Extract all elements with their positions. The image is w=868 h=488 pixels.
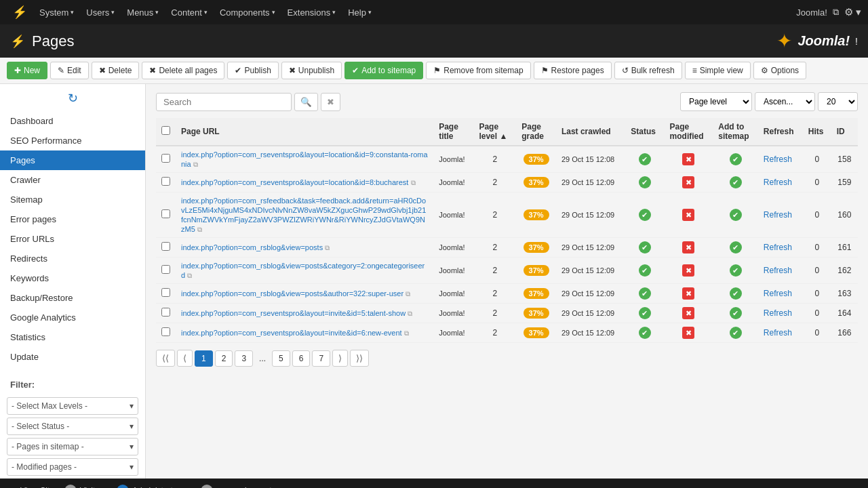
sidebar-item-crawler[interactable]: Crawler	[0, 170, 145, 190]
page-url-link-5[interactable]: index.php?option=com_rsblog&view=posts&a…	[181, 289, 403, 298]
row-checkbox-7[interactable]	[161, 327, 170, 336]
sidebar-item-seo-performance[interactable]: SEO Performance	[0, 131, 145, 150]
refresh-link-5[interactable]: Refresh	[764, 289, 792, 298]
first-page-button[interactable]: ⟨⟨	[156, 350, 175, 367]
sidebar-item-sitemap[interactable]: Sitemap	[0, 190, 145, 209]
joomla-icon[interactable]: ⚡	[7, 0, 33, 24]
publish-button[interactable]: ✔ Publish	[227, 62, 278, 79]
row-checkbox-4[interactable]	[161, 265, 170, 274]
sidebar-item-update[interactable]: Update	[0, 347, 145, 367]
add-to-sitemap-button[interactable]: ✔ Add to sitemap	[344, 62, 423, 79]
new-button[interactable]: ✚ New	[7, 62, 47, 79]
refresh-link-2[interactable]: Refresh	[764, 210, 792, 220]
nav-item-system[interactable]: System ▾	[34, 0, 79, 24]
delete-all-button[interactable]: ✖ Delete all pages	[142, 62, 224, 79]
external-link-icon-6: ⧉	[408, 310, 412, 317]
edit-button[interactable]: ✎ Edit	[50, 62, 89, 79]
row-checkbox-3[interactable]	[161, 242, 170, 251]
page-url-header[interactable]: Page URL	[176, 118, 433, 146]
search-input[interactable]	[156, 93, 292, 111]
prev-page-button[interactable]: ⟨	[177, 350, 193, 367]
grade-badge-0: 37%	[524, 154, 549, 165]
nav-item-extensions[interactable]: Extensions ▾	[282, 0, 342, 24]
sidebar-item-statistics[interactable]: Statistics	[0, 327, 145, 347]
page-modified-header[interactable]: Pagemodified	[665, 118, 713, 146]
nav-item-help[interactable]: Help ▾	[342, 0, 377, 24]
row-checkbox-2[interactable]	[161, 209, 170, 218]
page-url-link-2[interactable]: index.php?option=com_rsfeedback&task=fee…	[181, 197, 426, 233]
page-url-link-4[interactable]: index.php?option=com_rsblog&view=posts&c…	[181, 262, 425, 279]
page-level-header[interactable]: Pagelevel ▲	[473, 118, 516, 146]
nav-item-content[interactable]: Content ▾	[165, 0, 213, 24]
joomla-site-label[interactable]: Joomla!	[796, 7, 827, 18]
page-7-button[interactable]: 7	[312, 350, 330, 367]
last-crawled-header[interactable]: Last crawled	[556, 118, 625, 146]
status-select[interactable]: - Select Status - ▾	[7, 418, 138, 435]
sidebar-item-google-analytics[interactable]: Google Analytics	[0, 308, 145, 327]
row-checkbox-6[interactable]	[161, 308, 170, 317]
nav-item-components[interactable]: Components ▾	[214, 0, 281, 24]
nav-item-users[interactable]: Users ▾	[81, 0, 120, 24]
restore-pages-button[interactable]: ⚑ Restore pages	[534, 62, 612, 79]
page-title-header[interactable]: Pagetitle	[433, 118, 473, 146]
row-grade-cell-1: 37%	[516, 173, 556, 192]
options-button[interactable]: ⚙ Options	[753, 62, 806, 79]
administrators-item[interactable]: 2 Administrators ✉ 0 —	[117, 485, 224, 488]
page-2-button[interactable]: 2	[215, 350, 233, 367]
per-page-select[interactable]: 20 50 100	[818, 92, 858, 111]
sidebar-item-pages[interactable]: Pages	[0, 150, 145, 170]
visitors-item[interactable]: 0 Visitors	[64, 485, 106, 488]
next-page-button[interactable]: ⟩	[332, 350, 348, 367]
refresh-link-0[interactable]: Refresh	[764, 155, 792, 164]
pages-in-sitemap-select[interactable]: - Pages in sitemap - ▾	[7, 438, 138, 455]
bulk-refresh-button[interactable]: ↺ Bulk refresh	[614, 62, 682, 79]
simple-view-button[interactable]: ≡ Simple view	[685, 62, 751, 79]
sidebar-item-keywords[interactable]: Keywords	[0, 268, 145, 288]
row-checkbox-5[interactable]	[161, 288, 170, 297]
page-url-link-7[interactable]: index.php?option=com_rseventspro&layout=…	[181, 329, 402, 337]
sort-select[interactable]: Page level Page title Page URL Status La…	[680, 92, 752, 111]
modified-pages-select[interactable]: - Modified pages - ▾	[7, 458, 138, 476]
delete-button[interactable]: ✖ Delete	[92, 62, 140, 79]
page-url-link-3[interactable]: index.php?option=com_rsblog&view=posts	[181, 243, 323, 251]
sidebar-item-dashboard[interactable]: Dashboard	[0, 111, 145, 131]
refresh-link-1[interactable]: Refresh	[764, 178, 792, 187]
refresh-link-3[interactable]: Refresh	[764, 243, 792, 252]
joomla-logo-text: Joomla!	[797, 33, 850, 49]
page-3-button[interactable]: 3	[235, 350, 253, 367]
search-button[interactable]: 🔍	[294, 93, 318, 111]
grade-badge-1: 37%	[524, 177, 549, 188]
row-checkbox-0[interactable]	[161, 154, 170, 163]
order-select[interactable]: Ascen... Descen...	[755, 92, 815, 111]
sidebar-item-error-urls[interactable]: Error URLs	[0, 229, 145, 249]
select-all-checkbox[interactable]	[161, 126, 170, 135]
page-6-button[interactable]: 6	[292, 350, 311, 367]
max-levels-select[interactable]: - Select Max Levels - ▾	[7, 397, 138, 415]
page-url-link-0[interactable]: index.php?option=com_rseventspro&layout=…	[181, 150, 428, 168]
page-url-link-6[interactable]: index.php?option=com_rseventspro&layout=…	[181, 309, 406, 317]
page-5-button[interactable]: 5	[272, 350, 290, 367]
row-level-cell-0: 2	[473, 146, 516, 173]
page-grade-header[interactable]: Pagegrade	[516, 118, 556, 146]
row-checkbox-1[interactable]	[161, 177, 170, 186]
nav-item-menus[interactable]: Menus ▾	[121, 0, 164, 24]
refresh-header[interactable]: Refresh	[758, 118, 803, 146]
sidebar-item-error-pages[interactable]: Error pages	[0, 209, 145, 229]
last-page-button[interactable]: ⟩⟩	[350, 350, 369, 367]
unpublish-button[interactable]: ✖ Unpublish	[281, 62, 342, 79]
id-header[interactable]: ID	[831, 118, 858, 146]
sidebar-item-redirects[interactable]: Redirects	[0, 249, 145, 268]
remove-from-sitemap-button[interactable]: ⚑ Remove from sitemap	[426, 62, 530, 79]
status-header[interactable]: Status	[625, 118, 664, 146]
refresh-link-7[interactable]: Refresh	[764, 328, 792, 338]
hits-header[interactable]: Hits	[803, 118, 831, 146]
refresh-link-6[interactable]: Refresh	[764, 308, 792, 318]
refresh-link-4[interactable]: Refresh	[764, 266, 792, 275]
search-clear-button[interactable]: ✖	[321, 93, 340, 111]
settings-gear-icon[interactable]: ⚙ ▾	[844, 6, 861, 18]
sidebar-refresh-icon[interactable]: ↻	[68, 91, 78, 106]
sidebar-item-backup-restore[interactable]: Backup/Restore	[0, 288, 145, 308]
page-1-button[interactable]: 1	[195, 350, 213, 367]
add-to-sitemap-header[interactable]: Add tositemap	[713, 118, 758, 146]
page-url-link-1[interactable]: index.php?option=com_rseventspro&layout=…	[181, 178, 408, 186]
